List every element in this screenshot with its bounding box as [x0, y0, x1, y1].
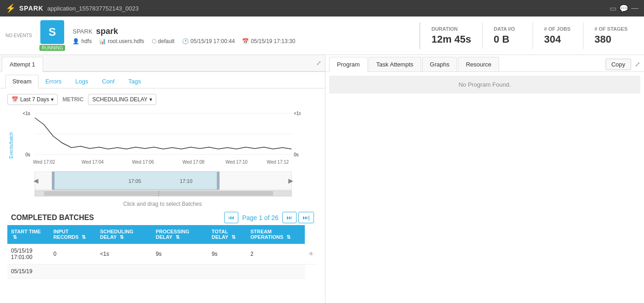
- th-input-records[interactable]: INPUT RECORDS ⇅: [50, 225, 96, 244]
- default-icon: ⬡: [152, 38, 156, 44]
- root-meta: 📊 root.users.hdfs: [99, 38, 144, 44]
- th-stream-operations[interactable]: STREAM OPERATIONS ⇅: [247, 225, 305, 244]
- table-cell-4: [208, 264, 247, 279]
- stat-label: DATA I/O: [494, 26, 522, 32]
- main-chart-svg: <1s 0s <1s 0s Events/batch Total Delay W…: [7, 109, 301, 168]
- chart-area: 📅 Last 7 Days ▾ METRIC SCHEDULING DELAY …: [0, 88, 325, 303]
- end-time: 05/15/19 17:13:30: [251, 38, 295, 44]
- right-tabs: ProgramTask AttemptsGraphsResource Copy …: [325, 55, 644, 72]
- expand-right-icon[interactable]: ⤢: [635, 61, 640, 68]
- top-bar-right: ▭ 💬 —: [610, 4, 638, 13]
- user-icon: 👤: [72, 38, 79, 44]
- sub-tab-conf[interactable]: Conf: [95, 75, 121, 88]
- metric-select[interactable]: SCHEDULING DELAY ▾: [88, 94, 156, 105]
- eye-icon-cell[interactable]: 👁: [305, 244, 318, 264]
- eye-icon[interactable]: 👁: [308, 251, 314, 257]
- app-meta: 👤 hdfs 📊 root.users.hdfs ⬡ default 🕐 05/…: [72, 38, 412, 44]
- top-bar-left: ⚡ SPARK application_1557837752143_0023: [6, 3, 139, 13]
- sort-icon: ⇅: [176, 234, 180, 240]
- sub-tab-logs[interactable]: Logs: [68, 75, 95, 88]
- th-scheduling-delay[interactable]: SCHEDULING DELAY ⇅: [96, 225, 152, 244]
- th-start-time[interactable]: START TIME ⇅: [7, 225, 50, 244]
- page-info: Page 1 of 26: [240, 214, 280, 221]
- sort-icon: ⇅: [82, 234, 86, 240]
- sub-tabs: StreamErrorsLogsConfTags: [0, 72, 325, 88]
- default-label: default: [158, 38, 175, 44]
- copy-button[interactable]: Copy: [605, 59, 631, 70]
- batches-table: START TIME ⇅INPUT RECORDS ⇅SCHEDULING DE…: [7, 225, 318, 279]
- svg-text:◀: ◀: [33, 177, 39, 184]
- table-cell-4: 9s: [208, 244, 247, 264]
- table-header: START TIME ⇅INPUT RECORDS ⇅SCHEDULING DE…: [7, 225, 318, 244]
- app-framework: SPARK: [72, 28, 92, 35]
- first-page-button[interactable]: ⏮: [224, 212, 238, 223]
- stat-value: 12m 45s: [431, 33, 471, 45]
- pagination: ⏮ Page 1 of 26 ⏭ ⏭|: [224, 212, 314, 223]
- right-tabs-actions: Copy ⤢: [605, 59, 640, 70]
- metric-chevron-icon: ▾: [149, 96, 152, 103]
- svg-text:Wed 17:12: Wed 17:12: [267, 160, 289, 165]
- app-name: spark: [96, 27, 118, 36]
- svg-text:▶: ▶: [288, 177, 293, 184]
- svg-text:⋮: ⋮: [156, 190, 161, 197]
- svg-text:Wed 17:10: Wed 17:10: [226, 160, 248, 165]
- right-tab-graphs[interactable]: Graphs: [422, 57, 457, 72]
- minimize-icon[interactable]: —: [631, 4, 638, 13]
- default-meta: ⬡ default: [152, 38, 175, 44]
- brush-area[interactable]: 17:05 17:10 ◀ ▶ ⋮: [7, 171, 318, 198]
- table-cell-1: 0: [50, 244, 96, 264]
- root-path: root.users.hdfs: [108, 38, 144, 44]
- app-details: SPARK spark 👤 hdfs 📊 root.users.hdfs ⬡ d…: [72, 27, 412, 44]
- sub-tab-tags[interactable]: Tags: [121, 75, 148, 88]
- right-tab-program[interactable]: Program: [329, 57, 368, 72]
- right-tabs-list: ProgramTask AttemptsGraphsResource: [329, 57, 500, 72]
- app-id: application_1557837752143_0023: [47, 5, 139, 12]
- th-total-delay[interactable]: TOTAL DELAY ⇅: [208, 225, 247, 244]
- th-processing-delay[interactable]: PROCESSING DELAY ⇅: [152, 225, 208, 244]
- expand-left-icon[interactable]: ⤢: [316, 60, 321, 66]
- app-title: SPARK: [19, 5, 44, 12]
- table-cell-2: <1s: [96, 244, 152, 264]
- sub-tab-stream[interactable]: Stream: [6, 75, 39, 88]
- start-time-meta: 🕐 05/15/19 17:00:44: [182, 38, 235, 44]
- app-badge: S: [40, 20, 64, 44]
- chart-controls: 📅 Last 7 Days ▾ METRIC SCHEDULING DELAY …: [7, 94, 318, 105]
- chevron-down-icon: ▾: [51, 96, 54, 103]
- user-meta: 👤 hdfs: [72, 38, 92, 44]
- svg-text:<1s: <1s: [294, 111, 301, 116]
- window-icon[interactable]: ▭: [610, 4, 616, 13]
- calendar-icon: 📅: [242, 38, 249, 44]
- time-range-button[interactable]: 📅 Last 7 Days ▾: [7, 94, 58, 105]
- sort-icon: ⇅: [120, 234, 124, 240]
- attempt-tab-1[interactable]: Attempt 1: [2, 57, 43, 72]
- sort-icon: ⇅: [231, 234, 236, 240]
- badge-letter: S: [49, 27, 56, 38]
- last-page-button[interactable]: ⏭|: [298, 212, 314, 223]
- table-cell-3: 9s: [152, 244, 208, 264]
- svg-text:Events/batch: Events/batch: [9, 132, 14, 159]
- right-tab-resource[interactable]: Resource: [458, 57, 499, 72]
- batches-title: COMPLETED BATCHES: [11, 214, 94, 222]
- user-name: hdfs: [81, 38, 92, 44]
- stat-box: # OF STAGES380: [583, 22, 638, 49]
- sub-tab-errors[interactable]: Errors: [39, 75, 68, 88]
- table-cell-3: [152, 264, 208, 279]
- stat-label: # OF JOBS: [544, 26, 572, 32]
- brush-svg: 17:05 17:10 ◀ ▶ ⋮: [7, 171, 301, 197]
- time-range-label: Last 7 Days: [20, 96, 49, 103]
- chart-icon: 📊: [99, 38, 106, 44]
- next-page-button[interactable]: ⏭: [282, 212, 297, 223]
- svg-text:Wed 17:04: Wed 17:04: [82, 160, 104, 165]
- stats-row: DURATION12m 45sDATA I/O0 B# OF JOBS304# …: [419, 22, 638, 49]
- chat-icon[interactable]: 💬: [619, 4, 628, 13]
- app-info-row: NO EVENTS S RUNNING SPARK spark 👤 hdfs 📊…: [0, 17, 644, 55]
- right-tab-task-attempts[interactable]: Task Attempts: [369, 57, 421, 72]
- stat-label: # OF STAGES: [594, 26, 627, 32]
- stat-label: DURATION: [431, 26, 471, 32]
- start-time: 05/15/19 17:00:44: [191, 38, 235, 44]
- attempt-tabs: Attempt 1 ⤢: [0, 55, 325, 72]
- table-cell-1: [50, 264, 96, 279]
- end-time-meta: 📅 05/15/19 17:13:30: [242, 38, 295, 44]
- svg-text:<1s: <1s: [23, 111, 30, 116]
- left-panel: Attempt 1 ⤢ StreamErrorsLogsConfTags 📅 L…: [0, 55, 325, 303]
